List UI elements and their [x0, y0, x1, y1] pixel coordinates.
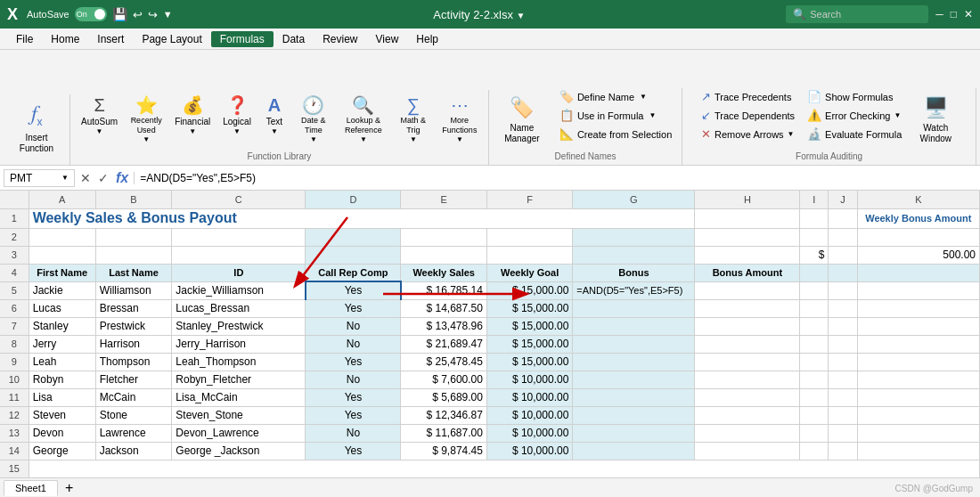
search-box[interactable]: 🔍 Search [786, 5, 928, 23]
col-header-I[interactable]: I [800, 191, 829, 208]
autosave-toggle[interactable]: On [75, 7, 107, 21]
cell-G3[interactable] [573, 246, 695, 264]
cell-F2[interactable] [486, 228, 572, 246]
cell-K2[interactable] [857, 228, 979, 246]
cell-F5[interactable]: $ 15,000.00 [486, 281, 572, 299]
cell-F10[interactable]: $ 10,000.00 [486, 371, 572, 388]
cell-E14[interactable]: $ 9,874.45 [401, 442, 486, 460]
cell-D6[interactable]: Yes [306, 299, 401, 317]
cell-I5[interactable] [800, 281, 829, 299]
cell-E6[interactable]: $ 14,687.50 [401, 299, 486, 317]
menu-data[interactable]: Data [274, 31, 314, 47]
watch-window-button[interactable]: 🖥️ Watch Window [910, 88, 961, 148]
cell-C10[interactable]: Robyn_Fletcher [172, 371, 306, 388]
menu-home[interactable]: Home [42, 31, 88, 47]
cell-B11[interactable]: McCain [95, 388, 172, 406]
cell-J11[interactable] [829, 388, 857, 406]
cell-B2[interactable] [95, 228, 172, 246]
text-button[interactable]: A Text ▼ [258, 90, 290, 140]
cell-E3[interactable] [401, 246, 486, 264]
cell-C3[interactable] [172, 246, 306, 264]
cell-I8[interactable] [800, 335, 829, 353]
cell-A2[interactable] [29, 228, 95, 246]
col-header-B[interactable]: B [95, 191, 172, 208]
col-header-G[interactable]: G [573, 191, 695, 208]
col-header-C[interactable]: C [172, 191, 306, 208]
cell-B14[interactable]: Jackson [95, 442, 172, 460]
cell-D11[interactable]: Yes [306, 388, 401, 406]
cell-H14[interactable] [695, 442, 800, 460]
cell-B3[interactable] [95, 246, 172, 264]
lookup-reference-button[interactable]: 🔍 Lookup & Reference ▼ [337, 90, 390, 148]
cell-C14[interactable]: George _Jackson [172, 442, 306, 460]
cell-G12[interactable] [573, 406, 695, 424]
cell-K14[interactable] [857, 442, 979, 460]
cell-B10[interactable]: Fletcher [95, 371, 172, 388]
cell-E10[interactable]: $ 7,600.00 [401, 371, 486, 388]
cell-D2[interactable] [306, 228, 401, 246]
cell-E8[interactable]: $ 21,689.47 [401, 335, 486, 353]
cell-J1[interactable] [829, 208, 857, 228]
cell-A10[interactable]: Robyn [29, 371, 95, 388]
cell-C2[interactable] [172, 228, 306, 246]
menu-view[interactable]: View [367, 31, 408, 47]
cell-A1[interactable]: Weekly Sales & Bonus Payout [29, 208, 695, 228]
cell-A11[interactable]: Lisa [29, 388, 95, 406]
cell-C6[interactable]: Lucas_Bressan [172, 299, 306, 317]
cell-H3[interactable] [695, 246, 800, 264]
cell-E12[interactable]: $ 12,346.87 [401, 406, 486, 424]
cell-J5[interactable] [829, 281, 857, 299]
cell-F6[interactable]: $ 15,000.00 [486, 299, 572, 317]
cell-C11[interactable]: Lisa_McCain [172, 388, 306, 406]
cell-I2[interactable] [800, 228, 829, 246]
cell-J10[interactable] [829, 371, 857, 388]
menu-file[interactable]: File [7, 31, 42, 47]
cell-K3[interactable]: 500.00 [857, 246, 979, 264]
cell-J9[interactable] [829, 353, 857, 371]
cell-K9[interactable] [857, 353, 979, 371]
cell-B5[interactable]: Williamson [95, 281, 172, 299]
cell-D10[interactable]: No [306, 371, 401, 388]
undo-icon[interactable]: ↩ [133, 8, 143, 21]
cell-K10[interactable] [857, 371, 979, 388]
trace-precedents-button[interactable]: ↗ Trace Precedents [697, 88, 799, 105]
cell-J8[interactable] [829, 335, 857, 353]
create-from-selection-button[interactable]: 📐 Create from Selection [555, 126, 676, 143]
redo-icon[interactable]: ↪ [148, 8, 158, 21]
cell-A7[interactable]: Stanley [29, 317, 95, 335]
cell-G11[interactable] [573, 388, 695, 406]
cell-H6[interactable] [695, 299, 800, 317]
cell-I10[interactable] [800, 371, 829, 388]
cell-J3[interactable] [829, 246, 857, 264]
cell-F3[interactable] [486, 246, 572, 264]
cell-K6[interactable] [857, 299, 979, 317]
menu-help[interactable]: Help [407, 31, 447, 47]
insert-function-fx-icon[interactable]: fx [114, 168, 130, 188]
cell-H2[interactable] [695, 228, 800, 246]
cell-I3[interactable]: $ [800, 246, 829, 264]
cell-G2[interactable] [573, 228, 695, 246]
cell-K12[interactable] [857, 406, 979, 424]
minimize-icon[interactable]: ─ [935, 8, 943, 20]
math-trig-button[interactable]: ∑ Math & Trig ▼ [392, 90, 435, 148]
cell-E13[interactable]: $ 11,687.00 [401, 424, 486, 442]
autosum-button[interactable]: Σ AutoSum ▼ [76, 90, 123, 140]
cell-I7[interactable] [800, 317, 829, 335]
cell-A14[interactable]: George [29, 442, 95, 460]
date-time-button[interactable]: 🕐 Date & Time ▼ [292, 90, 335, 148]
cell-K7[interactable] [857, 317, 979, 335]
cell-B8[interactable]: Harrison [95, 335, 172, 353]
cell-F4[interactable]: Weekly Goal [486, 264, 572, 281]
name-manager-button[interactable]: 🏷️ Name Manager [494, 88, 550, 148]
cell-K13[interactable] [857, 424, 979, 442]
cell-A13[interactable]: Devon [29, 424, 95, 442]
cell-I12[interactable] [800, 406, 829, 424]
cell-A5[interactable]: Jackie [29, 281, 95, 299]
cell-D3[interactable] [306, 246, 401, 264]
cell-K8[interactable] [857, 335, 979, 353]
cell-G9[interactable] [573, 353, 695, 371]
add-sheet-icon[interactable]: + [60, 478, 78, 498]
cell-E2[interactable] [401, 228, 486, 246]
cell-K1[interactable]: Weekly Bonus Amount [857, 208, 979, 228]
cell-E7[interactable]: $ 13,478.96 [401, 317, 486, 335]
